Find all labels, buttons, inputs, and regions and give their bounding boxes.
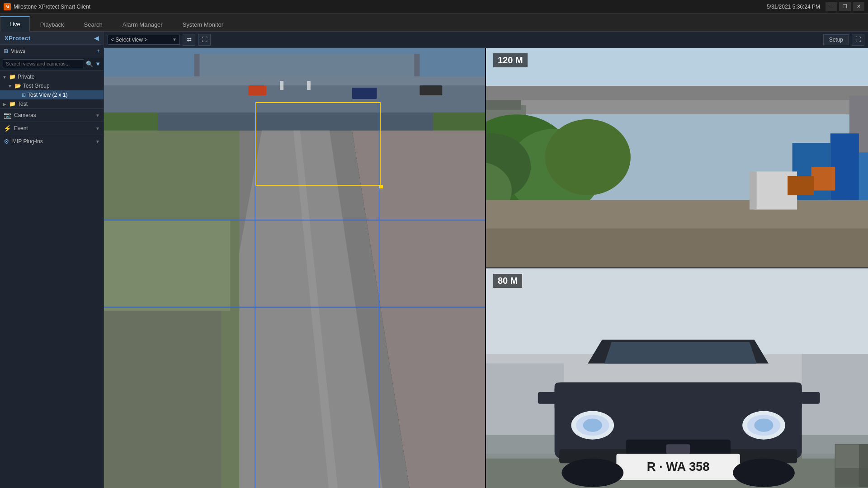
svg-rect-9	[307, 81, 311, 90]
folder-icon: 📁	[9, 101, 16, 107]
top-right-camera[interactable]: 120 M	[486, 48, 868, 268]
tree-item-private[interactable]: ▼ 📁 Private	[0, 72, 104, 81]
select-view-dropdown[interactable]: < Select view > ▼	[108, 35, 180, 45]
chevron-down-icon: ▼	[95, 139, 100, 144]
svg-marker-57	[604, 342, 757, 363]
group-icon: 📂	[14, 83, 21, 89]
main-camera-view	[104, 48, 485, 488]
app-logo: M	[4, 3, 11, 10]
folder-icon: 📁	[9, 74, 16, 80]
main-layout: XProtect ◀ ⊞ Views + 🔍 ▼ ▼ 📁 Private ▼	[0, 32, 868, 488]
search-button[interactable]: 🔍	[86, 61, 93, 67]
maximize-button[interactable]: ⛶	[198, 34, 211, 46]
toolbar-right: Setup ⛶	[823, 34, 864, 46]
distance-badge-top: 120 M	[493, 53, 528, 67]
sidebar: XProtect ◀ ⊞ Views + 🔍 ▼ ▼ 📁 Private ▼	[0, 32, 104, 488]
tree-item-test-group[interactable]: ▼ 📂 Test Group	[0, 81, 104, 90]
svg-rect-29	[486, 86, 868, 100]
svg-point-74	[733, 459, 795, 487]
svg-rect-39	[486, 229, 868, 267]
svg-rect-8	[280, 81, 283, 90]
search-input[interactable]	[3, 59, 84, 68]
svg-point-36	[545, 119, 631, 195]
expander-icon: ▶	[2, 102, 7, 107]
sidebar-item-mip-plugins[interactable]: ⚙ MIP Plug-ins ▼	[0, 135, 104, 148]
sidebar-collapse-button[interactable]: ◀	[94, 34, 99, 42]
views-grid-icon: ⊞	[4, 48, 8, 54]
tree-item-label: Test	[18, 101, 28, 107]
camera-feed-svg	[104, 48, 485, 488]
camera-icon: 📷	[4, 112, 11, 119]
tab-alarm-manager[interactable]: Alarm Manager	[113, 17, 172, 32]
svg-rect-58	[555, 382, 802, 411]
top-right-feed-svg	[486, 48, 868, 267]
svg-text:R · WA 358: R · WA 358	[647, 460, 710, 474]
svg-rect-72	[801, 392, 820, 404]
views-label: Views	[11, 48, 94, 54]
distance-badge-bottom: 80 M	[493, 274, 522, 288]
tabbar: Live Playback Search Alarm Manager Syste…	[0, 14, 868, 32]
svg-rect-20	[104, 221, 230, 311]
datetime-display: 5/31/2021 5:36:24 PM	[767, 4, 820, 10]
fullscreen-icon: ⛶	[855, 36, 861, 43]
fullscreen-button[interactable]: ⛶	[852, 34, 864, 46]
swap-button[interactable]: ⇄	[183, 34, 195, 46]
tree-item-label: Private	[18, 74, 34, 80]
minimize-button[interactable]: ─	[826, 2, 837, 11]
dropdown-arrow-icon: ▼	[172, 37, 177, 42]
titlebar-left: M Milestone XProtect Smart Client	[4, 3, 90, 10]
search-bar: 🔍 ▼	[0, 57, 104, 70]
app-title: Milestone XProtect Smart Client	[14, 4, 90, 10]
resize-handle[interactable]	[379, 185, 383, 188]
titlebar: M Milestone XProtect Smart Client 5/31/2…	[0, 0, 868, 14]
setup-button[interactable]: Setup	[823, 34, 849, 45]
sidebar-header: XProtect ◀	[0, 32, 104, 45]
window-controls: ─ ❐ ✕	[826, 2, 864, 11]
expander-spacer	[14, 93, 20, 98]
views-section-header: ⊞ Views +	[0, 45, 104, 57]
section-label: Cameras	[14, 112, 36, 118]
tab-live[interactable]: Live	[0, 16, 30, 32]
expander-icon: ▼	[7, 84, 13, 89]
plugin-icon: ⚙	[4, 138, 9, 145]
video-area: 120 M	[104, 48, 868, 488]
svg-rect-31	[486, 100, 521, 110]
filter-button[interactable]: ▼	[95, 61, 101, 67]
right-camera-panel: 120 M	[486, 48, 868, 488]
section-label: Event	[14, 125, 28, 131]
tab-search[interactable]: Search	[75, 17, 112, 32]
tree-item-label: Test Group	[23, 83, 50, 89]
maximize-icon: ⛶	[202, 36, 208, 43]
svg-rect-67	[666, 444, 690, 454]
svg-rect-45	[811, 167, 835, 191]
sidebar-item-event[interactable]: ⚡ Event ▼	[0, 122, 104, 135]
tree-view: ▼ 📁 Private ▼ 📂 Test Group ⊞ Test View (…	[0, 70, 104, 488]
svg-rect-42	[859, 152, 868, 200]
view-icon: ⊞	[22, 92, 26, 98]
svg-point-73	[561, 459, 623, 487]
section-label: MIP Plug-ins	[12, 138, 43, 145]
svg-rect-46	[788, 176, 814, 195]
svg-rect-53	[486, 363, 564, 458]
tab-system-monitor[interactable]: System Monitor	[173, 17, 233, 32]
new-view-button[interactable]: +	[96, 47, 100, 54]
tree-item-test[interactable]: ▶ 📁 Test	[0, 99, 104, 108]
chevron-down-icon: ▼	[95, 126, 100, 131]
svg-rect-54	[802, 354, 868, 458]
restore-button[interactable]: ❐	[839, 2, 851, 11]
sidebar-title: XProtect	[5, 35, 30, 42]
bottom-right-camera[interactable]: R · WA 358	[486, 268, 868, 488]
titlebar-right: 5/31/2021 5:36:24 PM ─ ❐ ✕	[767, 2, 864, 11]
svg-rect-78	[859, 444, 868, 487]
close-button[interactable]: ✕	[853, 2, 864, 11]
left-camera-panel[interactable]	[104, 48, 486, 488]
svg-rect-11	[352, 88, 377, 99]
bottom-right-feed-svg: R · WA 358	[486, 268, 868, 488]
tab-playback[interactable]: Playback	[31, 17, 74, 32]
sidebar-item-cameras[interactable]: 📷 Cameras ▼	[0, 108, 104, 122]
svg-rect-44	[750, 172, 757, 210]
svg-rect-71	[538, 392, 557, 404]
tree-item-test-view[interactable]: ⊞ Test View (2 x 1)	[0, 90, 104, 99]
toolbar: < Select view > ▼ ⇄ ⛶ Setup ⛶	[104, 32, 868, 48]
svg-point-65	[754, 418, 773, 432]
